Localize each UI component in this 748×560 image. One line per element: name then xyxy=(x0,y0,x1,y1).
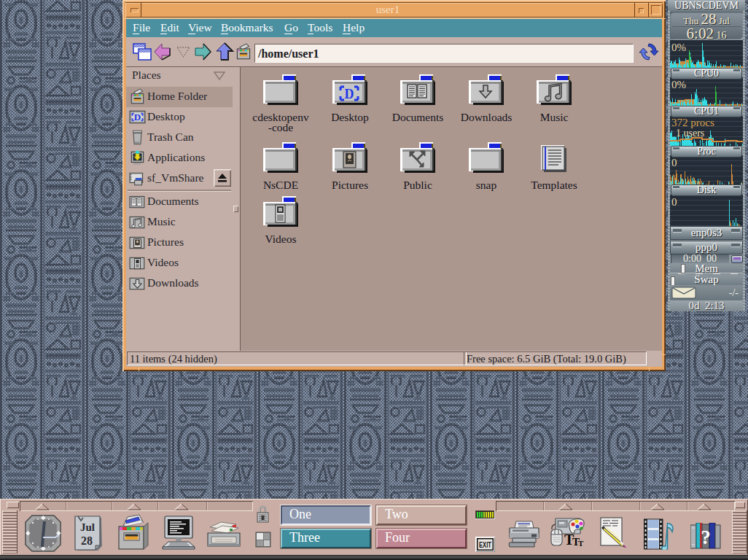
svg-text:28: 28 xyxy=(81,534,93,547)
svg-text:0: 0 xyxy=(671,196,677,208)
svg-text:1 users: 1 users xyxy=(676,128,704,139)
svg-text:0: 0 xyxy=(671,157,677,168)
svg-text:D: D xyxy=(345,87,354,101)
svg-text:0%: 0% xyxy=(671,79,686,90)
svg-text:Jul: Jul xyxy=(80,521,95,533)
svg-text:?: ? xyxy=(701,526,711,548)
svg-text:T: T xyxy=(578,539,584,548)
svg-text:EXIT: EXIT xyxy=(479,540,491,549)
svg-text:D: D xyxy=(134,112,141,122)
svg-text:372 procs: 372 procs xyxy=(671,117,714,128)
svg-text:0%: 0% xyxy=(671,42,686,53)
